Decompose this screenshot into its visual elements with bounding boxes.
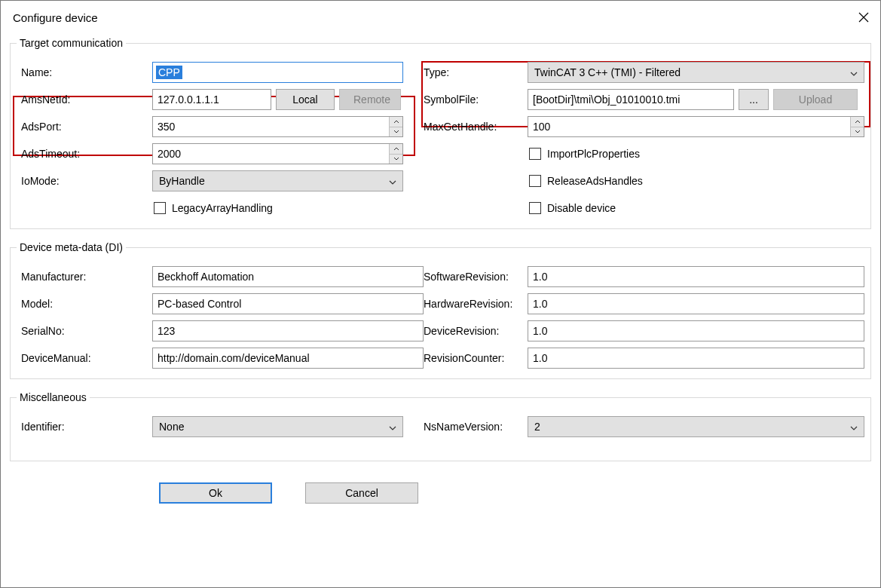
type-value: TwinCAT 3 C++ (TMI) - Filtered: [534, 66, 850, 78]
target-communication-legend: Target communication: [17, 37, 126, 49]
adsport-label: AdsPort:: [17, 121, 152, 133]
spin-down-icon[interactable]: [390, 155, 402, 164]
spin-down-icon[interactable]: [390, 127, 402, 137]
adsport-input[interactable]: [153, 117, 389, 136]
disabledevice-checkbox[interactable]: Disable device: [528, 202, 616, 214]
name-value: CPP: [156, 66, 182, 79]
upload-button: Upload: [773, 89, 858, 110]
identifier-dropdown[interactable]: None: [152, 416, 403, 437]
disabledevice-label: Disable device: [547, 202, 616, 214]
devicerev-label: DeviceRevision:: [424, 325, 528, 337]
maxgethandle-label: MaxGetHandle:: [424, 121, 528, 133]
name-input[interactable]: CPP: [152, 62, 403, 83]
spin-down-icon[interactable]: [851, 127, 864, 137]
remote-button: Remote: [339, 89, 401, 110]
revisioncounter-label: RevisionCounter:: [424, 352, 528, 364]
amsnetid-input[interactable]: [152, 89, 271, 110]
amsnetid-label: AmsNetId:: [17, 93, 152, 106]
cancel-button[interactable]: Cancel: [305, 482, 418, 504]
chevron-down-icon: [850, 421, 858, 433]
titlebar: Configure device: [1, 1, 880, 34]
spin-up-icon[interactable]: [851, 117, 864, 127]
importplc-checkbox[interactable]: ImportPlcProperties: [528, 148, 640, 160]
manufacturer-label: Manufacturer:: [17, 271, 152, 283]
dialog-title: Configure device: [13, 11, 98, 24]
model-input[interactable]: [152, 293, 424, 314]
serialno-label: SerialNo:: [17, 325, 152, 337]
identifier-label: Identifier:: [17, 421, 152, 433]
local-button[interactable]: Local: [276, 89, 335, 110]
checkbox-box-icon: [154, 202, 166, 214]
adstimeout-spinner[interactable]: [152, 143, 403, 164]
devicemanual-input[interactable]: [152, 348, 424, 369]
iomode-value: ByHandle: [159, 175, 389, 187]
softwarerev-label: SoftwareRevision:: [424, 271, 528, 283]
chevron-down-icon: [850, 66, 858, 78]
iomode-label: IoMode:: [17, 175, 152, 187]
hardwarerev-input[interactable]: [528, 293, 864, 314]
dialog-footer: Ok Cancel: [159, 482, 871, 504]
importplc-label: ImportPlcProperties: [547, 148, 640, 160]
nsnameversion-dropdown[interactable]: 2: [528, 416, 864, 437]
checkbox-box-icon: [529, 148, 541, 160]
maxgethandle-spinner[interactable]: [528, 116, 864, 137]
maxgethandle-input[interactable]: [528, 117, 850, 136]
configure-device-dialog: Configure device Target communication Na…: [0, 0, 881, 588]
model-label: Model:: [17, 298, 152, 310]
devicemanual-label: DeviceManual:: [17, 352, 152, 364]
hardwarerev-label: HardwareRevision:: [424, 298, 528, 310]
revisioncounter-input[interactable]: [528, 348, 864, 369]
releaseads-checkbox[interactable]: ReleaseAdsHandles: [528, 175, 643, 187]
nsnameversion-value: 2: [534, 421, 850, 433]
checkbox-box-icon: [529, 175, 541, 187]
miscellaneous-group: Miscellaneous Identifier: None NsNameVer…: [10, 391, 871, 461]
serialno-input[interactable]: [152, 320, 424, 341]
symbolfile-label: SymbolFile:: [424, 93, 528, 106]
softwarerev-input[interactable]: [528, 266, 864, 287]
type-dropdown[interactable]: TwinCAT 3 C++ (TMI) - Filtered: [528, 62, 864, 83]
device-metadata-legend: Device meta-data (DI): [17, 241, 126, 253]
spin-up-icon[interactable]: [390, 117, 402, 127]
legacyarray-checkbox[interactable]: LegacyArrayHandling: [152, 202, 273, 214]
identifier-value: None: [159, 421, 389, 433]
nsnameversion-label: NsNameVersion:: [424, 421, 528, 433]
browse-button[interactable]: ...: [739, 89, 769, 110]
name-label: Name:: [17, 66, 152, 78]
type-label: Type:: [424, 66, 528, 78]
close-icon[interactable]: [858, 11, 870, 23]
manufacturer-input[interactable]: [152, 266, 424, 287]
iomode-dropdown[interactable]: ByHandle: [152, 170, 403, 191]
devicerev-input[interactable]: [528, 320, 864, 341]
miscellaneous-legend: Miscellaneous: [17, 391, 90, 403]
ok-button[interactable]: Ok: [159, 482, 272, 504]
checkbox-box-icon: [529, 202, 541, 214]
adstimeout-input[interactable]: [153, 144, 389, 164]
device-metadata-group: Device meta-data (DI) Manufacturer: Soft…: [10, 241, 871, 379]
legacyarray-label: LegacyArrayHandling: [172, 202, 273, 214]
releaseads-label: ReleaseAdsHandles: [547, 175, 643, 187]
adstimeout-label: AdsTimeout:: [17, 148, 152, 160]
chevron-down-icon: [389, 421, 396, 433]
spin-up-icon[interactable]: [390, 144, 402, 155]
target-communication-group: Target communication Name: CPP Type: T: [10, 37, 871, 229]
adsport-spinner[interactable]: [152, 116, 403, 137]
chevron-down-icon: [389, 175, 396, 187]
symbolfile-input[interactable]: [528, 89, 734, 110]
